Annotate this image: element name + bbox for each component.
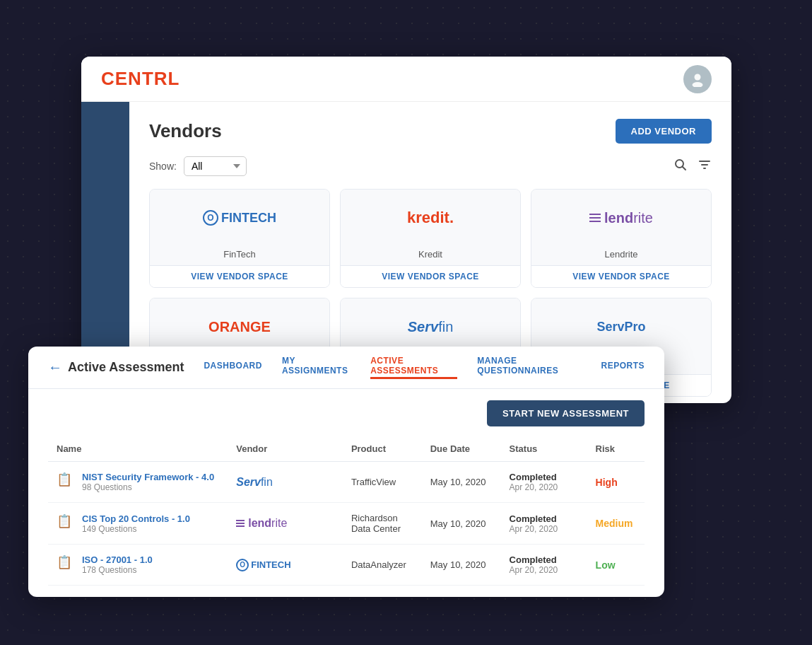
checklist-icon: 📋 (57, 513, 72, 529)
avatar[interactable] (683, 65, 712, 93)
cell-status-nist: Completed Apr 20, 2020 (501, 462, 587, 503)
assessment-header: ← Active Assessment DASHBOARD MY ASSIGNM… (28, 347, 664, 389)
vendor-name-kredit: Kredit (341, 246, 520, 265)
view-vendor-link-lendrite[interactable]: VIEW VENDOR SPACE (531, 265, 711, 287)
filter-icons (673, 158, 712, 175)
cell-risk-iso: Low (587, 545, 645, 586)
col-risk: Risk (587, 438, 645, 462)
assessment-table: Name Vendor Product Due Date Status Risk… (48, 438, 645, 586)
show-label: Show: (149, 161, 177, 172)
checklist-icon: 📋 (57, 472, 72, 487)
vendor-name-lendrite: Lendrite (531, 246, 711, 265)
search-icon-button[interactable] (673, 158, 688, 175)
vendors-header: Vendors ADD VENDOR (149, 119, 712, 144)
back-arrow-icon: ← (48, 359, 62, 376)
col-status: Status (501, 438, 587, 462)
start-new-assessment-button[interactable]: START NEW ASSESSMENT (487, 400, 645, 426)
assessment-content: START NEW ASSESSMENT Name Vendor Product… (28, 389, 664, 597)
status-label-iso: Completed (510, 554, 579, 565)
tab-dashboard[interactable]: DASHBOARD (204, 361, 262, 374)
filter-icon-button[interactable] (698, 158, 712, 175)
cell-product-iso: DataAnalyzer (343, 545, 422, 586)
cell-name-nist: 📋 NIST Security Framework - 4.0 98 Quest… (48, 462, 228, 503)
vendor-logo-fintech-table: O FINTECH (236, 559, 334, 571)
cell-vendor-servfin: Servfin (228, 462, 343, 503)
svg-point-0 (695, 74, 701, 80)
vendor-card-kredit: kredit. Kredit VIEW VENDOR SPACE (340, 189, 521, 288)
tab-my-assignments[interactable]: MY ASSIGNMENTS (282, 356, 351, 379)
assessment-name-nist[interactable]: NIST Security Framework - 4.0 (82, 472, 214, 482)
table-row: 📋 ISO - 27001 - 1.0 178 Questions O FINT… (48, 545, 645, 586)
tab-manage-questionnaires[interactable]: MANAGE QUESTIONNAIRES (477, 356, 581, 379)
vendor-logo-lendrite: lendrite (531, 190, 711, 246)
back-button[interactable]: ← Active Assessment (48, 359, 184, 376)
cell-name-iso: 📋 ISO - 27001 - 1.0 178 Questions (48, 545, 228, 586)
cell-risk-cis: Medium (587, 503, 645, 545)
checklist-icon: 📋 (57, 554, 72, 570)
vendor-name-fintech: FinTech (150, 246, 329, 265)
status-label-cis: Completed (510, 513, 579, 524)
cell-name-cis: 📋 CIS Top 20 Controls - 1.0 149 Question… (48, 503, 228, 545)
vendors-title: Vendors (149, 120, 222, 142)
assessment-questions-iso: 178 Questions (82, 565, 153, 575)
cell-risk-nist: High (587, 462, 645, 503)
assessment-questions-cis: 149 Questions (82, 524, 190, 534)
risk-value-nist: High (596, 477, 618, 488)
col-name: Name (48, 438, 228, 462)
risk-value-iso: Low (596, 559, 616, 571)
top-bar: CENTRL (81, 57, 731, 102)
status-date-nist: Apr 20, 2020 (510, 482, 579, 492)
col-product: Product (343, 438, 422, 462)
vendor-logo-servfin-table: Servfin (236, 476, 334, 489)
vendor-card-lendrite: lendrite Lendrite VIEW VENDOR SPACE (531, 189, 712, 288)
vendor-card-fintech: O FINTECH FinTech VIEW VENDOR SPACE (149, 189, 330, 288)
view-vendor-link-fintech[interactable]: VIEW VENDOR SPACE (150, 265, 329, 287)
vendor-logo-fintech: O FINTECH (150, 190, 329, 246)
status-date-iso: Apr 20, 2020 (510, 565, 579, 575)
cell-due-date-iso: May 10, 2020 (422, 545, 501, 586)
show-select[interactable]: All Active Inactive (184, 156, 247, 176)
table-row: 📋 CIS Top 20 Controls - 1.0 149 Question… (48, 503, 645, 545)
table-header-row: Name Vendor Product Due Date Status Risk (48, 438, 645, 462)
status-label-nist: Completed (510, 472, 579, 482)
filter-left: Show: All Active Inactive (149, 156, 247, 176)
status-date-cis: Apr 20, 2020 (510, 524, 579, 534)
cell-status-iso: Completed Apr 20, 2020 (501, 545, 587, 586)
cell-due-date-cis: May 10, 2020 (422, 503, 501, 545)
cell-vendor-lendrite: lendrite (228, 503, 343, 545)
cell-product-nist: TrafficView (343, 462, 422, 503)
view-vendor-link-kredit[interactable]: VIEW VENDOR SPACE (341, 265, 520, 287)
add-vendor-button[interactable]: ADD VENDOR (616, 119, 712, 144)
cell-vendor-fintech: O FINTECH (228, 545, 343, 586)
assessment-questions-nist: 98 Questions (82, 482, 214, 492)
assessment-title: Active Assessment (68, 360, 184, 375)
svg-point-1 (693, 82, 703, 87)
assessment-toolbar: START NEW ASSESSMENT (48, 400, 645, 426)
col-vendor: Vendor (228, 438, 343, 462)
cell-status-cis: Completed Apr 20, 2020 (501, 503, 587, 545)
cell-due-date-nist: May 10, 2020 (422, 462, 501, 503)
assessment-nav: DASHBOARD MY ASSIGNMENTS ACTIVE ASSESSME… (204, 356, 645, 379)
risk-value-cis: Medium (596, 518, 633, 529)
vendor-logo-kredit: kredit. (341, 190, 520, 246)
assessment-card: ← Active Assessment DASHBOARD MY ASSIGNM… (28, 347, 664, 597)
tab-active-assessments[interactable]: ACTIVE ASSESSMENTS (370, 356, 457, 379)
table-row: 📋 NIST Security Framework - 4.0 98 Quest… (48, 462, 645, 503)
svg-line-3 (683, 166, 686, 170)
col-due-date: Due Date (422, 438, 501, 462)
app-logo: CENTRL (101, 68, 180, 90)
tab-reports[interactable]: REPORTS (601, 361, 645, 374)
cell-product-cis: RichardsonData Center (343, 503, 422, 545)
assessment-name-cis[interactable]: CIS Top 20 Controls - 1.0 (82, 513, 190, 524)
filter-row: Show: All Active Inactive (149, 156, 712, 176)
assessment-name-iso[interactable]: ISO - 27001 - 1.0 (82, 554, 153, 565)
vendor-logo-lendrite-table: lendrite (236, 517, 334, 530)
